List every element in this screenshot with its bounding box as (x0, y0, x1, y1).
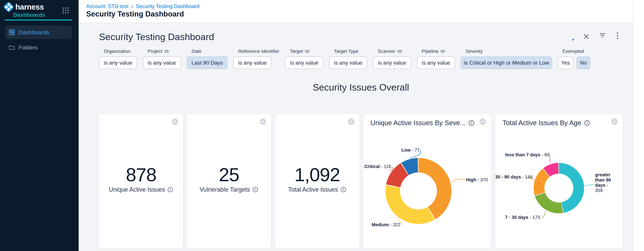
chart-card-issues-by-age: Total Active Issues By Age less than 7 d… (495, 114, 623, 249)
info-icon[interactable] (340, 187, 346, 193)
link-icon (398, 50, 402, 53)
filter-organization: Organization is any value (99, 48, 137, 69)
stat-card-vulnerable-targets: 25 Vulnerable Targets (187, 114, 271, 249)
filter-target: Target is any value (285, 48, 323, 69)
sidebar-item-label: Folders (18, 44, 38, 51)
slice-label-low: Low - 77 (386, 147, 420, 153)
breadcrumb: Account: STO test › Security Testing Das… (86, 3, 200, 9)
filter-label: Severity (466, 49, 482, 54)
link-icon (305, 50, 310, 53)
slice-label-critical: Critical - 116 (363, 164, 391, 169)
breadcrumb-account-link[interactable]: Account: STO test (86, 3, 128, 9)
link-icon (164, 50, 169, 53)
pointer-dot (572, 39, 574, 40)
info-icon[interactable] (468, 120, 475, 126)
slice-label-medium: Medium - 322 (368, 222, 400, 228)
stat-card-unique-active-issues: 878 Unique Active Issues (99, 114, 183, 249)
filter-label: Target (290, 49, 303, 54)
page-title: Security Testing Dashboard (86, 10, 184, 18)
filter-label: Date (192, 49, 202, 54)
filter-project: Project is any value (143, 48, 181, 69)
stat-label: Unique Active Issues (109, 186, 165, 193)
module-divider (5, 19, 72, 20)
filter-scanner: Scanner is any value (373, 48, 411, 69)
filter-scanner-value[interactable]: is any value (373, 56, 411, 69)
chart-card-issues-by-severity: Unique Active Issues By Seve... Low - 77… (363, 114, 491, 249)
filter-pipeline-value[interactable]: is any value (417, 56, 455, 69)
globe-icon (611, 118, 618, 125)
more-options-icon[interactable] (614, 32, 621, 39)
stat-label: Vulnerable Targets (200, 186, 250, 193)
info-icon[interactable] (167, 187, 173, 193)
filter-severity: Severity is Critical or High or Medium o… (461, 48, 552, 69)
filter-label: Exempted (562, 49, 584, 54)
stat-value: 878 (99, 164, 183, 186)
scrollbar-gutter (633, 0, 644, 251)
top-header: Account: STO test › Security Testing Das… (78, 0, 633, 23)
dashboards-icon (9, 29, 15, 35)
exempted-no-button[interactable]: No (577, 56, 590, 69)
filter-label: Pipeline (422, 49, 438, 54)
filter-reference-identifier: Reference Identifier is any value (234, 48, 279, 69)
globe-icon (348, 118, 355, 125)
filter-label: Project (148, 49, 162, 54)
slice-label-less-than-7-days: less than 7 days - 80 (505, 152, 546, 157)
stat-label: Total Active Issues (288, 186, 338, 193)
globe-icon (260, 118, 266, 125)
filter-label: Target Type (334, 49, 358, 54)
chart-title: Total Active Issues By Age (502, 119, 581, 127)
globe-icon (171, 118, 178, 125)
close-icon[interactable] (583, 33, 590, 40)
filter-label: Reference Identifier (238, 49, 279, 54)
filter-reference-identifier-value[interactable]: is any value (234, 56, 272, 69)
globe-icon (479, 118, 486, 125)
logo-text: harness (15, 2, 44, 11)
filter-bar: Organization is any value Project is any… (99, 48, 590, 69)
app-switcher-icon[interactable] (62, 7, 69, 13)
slice-label-high: High - 370 (466, 177, 488, 183)
sidebar: harness Dashboards Dashboards Folders (0, 0, 78, 251)
filter-date-value[interactable]: Last 90 Days (187, 56, 228, 69)
filters-toggle-icon[interactable] (599, 33, 606, 40)
exempted-yes-button[interactable]: Yes (558, 56, 573, 69)
slice-label-greater-than-90-days: greater than 90 days - 359 (595, 172, 615, 193)
folder-icon (9, 44, 15, 50)
slice-label-30-90-days: 30 - 90 days - 146 (495, 174, 525, 180)
sidebar-item-dashboards[interactable]: Dashboards (5, 25, 72, 39)
age-donut-chart[interactable] (534, 163, 584, 213)
link-icon (440, 50, 445, 53)
sidebar-item-folders[interactable]: Folders (5, 41, 72, 54)
stat-card-total-active-issues: 1,092 Total Active Issues (275, 114, 359, 249)
filter-date: Date Last 90 Days (187, 48, 228, 69)
breadcrumb-page-link[interactable]: Security Testing Dashboard (136, 3, 200, 9)
filter-label: Scanner (378, 49, 395, 54)
filter-target-type: Target Type is any value (329, 48, 367, 69)
severity-donut-chart[interactable] (386, 158, 452, 224)
filter-project-value[interactable]: is any value (143, 56, 181, 69)
slice-label-7-30-days: 7 - 30 days - 173 (499, 215, 540, 220)
stat-value: 25 (187, 164, 271, 186)
breadcrumb-separator: › (131, 3, 133, 9)
section-title: Security Issues Overall (99, 82, 623, 93)
harness-logo: harness (5, 2, 44, 11)
dashboard-panel-title: Security Testing Dashboard (99, 31, 214, 42)
harness-logo-icon (3, 1, 14, 12)
filter-label: Organization (104, 49, 130, 54)
info-icon[interactable] (584, 120, 590, 126)
filter-organization-value[interactable]: is any value (99, 56, 137, 69)
filter-target-value[interactable]: is any value (285, 56, 323, 69)
filter-severity-value[interactable]: is Critical or High or Medium or Low (461, 56, 552, 69)
filter-pipeline: Pipeline is any value (417, 48, 455, 69)
module-label: Dashboards (13, 12, 45, 18)
chart-title: Unique Active Issues By Seve... (370, 119, 466, 127)
filter-exempted: Exempted Yes No (558, 48, 590, 69)
stat-value: 1,092 (275, 164, 359, 186)
filter-target-type-value[interactable]: is any value (329, 56, 367, 69)
info-icon[interactable] (252, 187, 258, 193)
main-area: Account: STO test › Security Testing Das… (78, 0, 633, 251)
sidebar-item-label: Dashboards (18, 29, 49, 36)
